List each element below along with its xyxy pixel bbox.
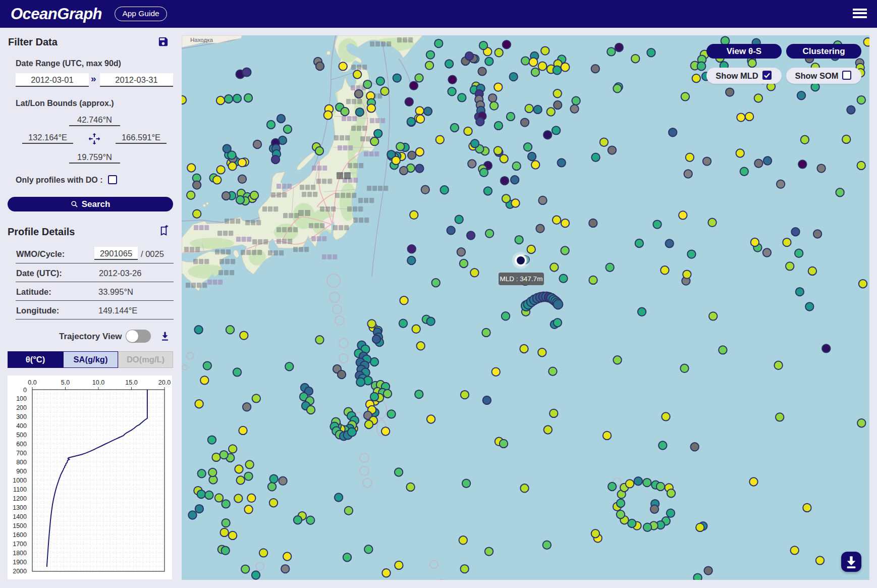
svg-text:1100: 1100: [13, 486, 27, 493]
svg-text:500: 500: [16, 432, 27, 439]
svg-text:600: 600: [16, 441, 27, 448]
svg-text:Находка: Находка: [190, 37, 213, 43]
svg-text:1800: 1800: [13, 550, 27, 557]
svg-text:300: 300: [16, 413, 27, 420]
svg-text:700: 700: [16, 450, 27, 457]
svg-text:1700: 1700: [13, 541, 27, 548]
svg-text:1400: 1400: [13, 513, 27, 520]
svg-text:200: 200: [16, 404, 27, 411]
svg-text:0: 0: [23, 387, 27, 394]
svg-text:10.0: 10.0: [92, 379, 104, 386]
svg-text:1300: 1300: [13, 504, 27, 511]
svg-text:2000: 2000: [13, 568, 27, 575]
svg-text:1000: 1000: [13, 477, 27, 484]
svg-text:5.0: 5.0: [61, 379, 70, 386]
svg-text:100: 100: [16, 395, 27, 402]
svg-text:MLD : 347.7m: MLD : 347.7m: [500, 275, 543, 283]
svg-text:400: 400: [16, 422, 27, 430]
svg-text:900: 900: [16, 468, 27, 475]
svg-text:1500: 1500: [13, 522, 27, 529]
svg-text:15.0: 15.0: [125, 379, 137, 386]
svg-text:1600: 1600: [13, 531, 27, 539]
svg-text:0.0: 0.0: [28, 379, 36, 386]
svg-text:800: 800: [16, 459, 27, 466]
svg-text:1200: 1200: [13, 495, 27, 502]
svg-text:1900: 1900: [13, 559, 27, 566]
svg-text:20.0: 20.0: [158, 379, 171, 386]
